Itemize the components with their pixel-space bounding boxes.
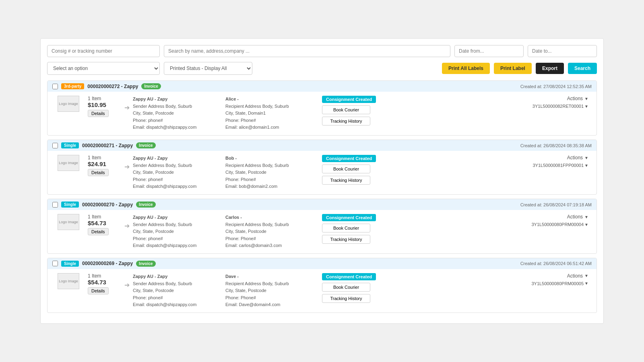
book-courier-button-3[interactable]: Book Courier <box>322 283 370 292</box>
tracking-history-button-3[interactable]: Tracking History <box>322 294 370 303</box>
consignment-body-3: Logo Image 1 Item $54.73 Details ➔ Zappy… <box>47 269 597 313</box>
status-select[interactable]: Printed Status - Display All <box>164 62 252 75</box>
option-select[interactable]: Select an option <box>47 62 160 75</box>
consignment-header-0: 3rd-party 000020000272 - Zappy Invoice C… <box>47 81 597 92</box>
type-badge-0: 3rd-party <box>61 83 84 89</box>
tracking-history-button-2[interactable]: Tracking History <box>322 235 370 244</box>
recipient-address-3: Recipient Address Body, Suburb <box>225 280 314 288</box>
chevron-down-icon-0: ▼ <box>584 97 588 101</box>
arrow-col-2: ➔ <box>121 214 133 230</box>
logo-col-1: Logo Image <box>52 155 85 171</box>
created-at-3: Created at: 26/08/2024 06:51:42 AM <box>520 261 592 266</box>
consignment-header-left-0: 3rd-party 000020000272 - Zappy Invoice <box>52 83 161 89</box>
consignment-row: 3rd-party 000020000272 - Zappy Invoice C… <box>47 80 597 136</box>
print-all-labels-button[interactable]: Print All Labels <box>442 63 490 74</box>
name-search-input[interactable] <box>164 45 450 57</box>
actions-dropdown-3[interactable]: Actions ▼ <box>567 273 588 279</box>
logo-col-2: Logo Image <box>52 214 85 230</box>
sender-city-2: City, State, Postcode <box>133 228 221 235</box>
print-label-button[interactable]: Print Label <box>494 63 532 74</box>
date-from-input[interactable] <box>454 45 524 57</box>
main-container: Select an option Printed Status - Displa… <box>40 38 604 324</box>
book-courier-button-0[interactable]: Book Courier <box>322 105 370 114</box>
status-badge-1: Consignment Created <box>322 155 376 162</box>
recipient-phone-1: Phone: Phone# <box>225 176 314 183</box>
logo-box-0: Logo Image <box>58 96 79 112</box>
actions-label-2: Actions <box>567 214 583 220</box>
actions-label-3: Actions <box>567 273 583 279</box>
details-button-0[interactable]: Details <box>88 110 109 117</box>
sender-address-0: Sender Address Body, Suburb <box>133 103 221 110</box>
actions-dropdown-0[interactable]: Actions ▼ <box>567 96 588 101</box>
status-col-1: Consignment Created Book Courier Trackin… <box>322 155 386 185</box>
recipient-city-2: City, State, Postcode <box>225 228 314 235</box>
book-courier-button-1[interactable]: Book Courier <box>322 165 370 173</box>
sender-city-0: City, State, Postcode <box>133 110 221 117</box>
search-row <box>47 45 597 57</box>
sender-city-3: City, State, Postcode <box>133 287 221 294</box>
sender-col-0: Zappy AU - Zapy Sender Address Body, Sub… <box>133 96 221 131</box>
item-price-3: $54.73 <box>88 279 118 286</box>
recipient-phone-3: Phone: Phone# <box>225 294 314 302</box>
tracking-chevron-icon-1: ▼ <box>584 163 588 168</box>
sender-col-3: Zappy AU - Zapy Sender Address Body, Sub… <box>133 273 221 309</box>
sender-address-3: Sender Address Body, Suburb <box>133 280 221 288</box>
consig-search-input[interactable] <box>47 45 160 57</box>
export-button[interactable]: Export <box>536 63 564 74</box>
sender-address-1: Sender Address Body, Suburb <box>133 162 221 169</box>
items-col-1: 1 Item $24.91 Details <box>85 155 121 176</box>
book-courier-button-2[interactable]: Book Courier <box>322 224 370 232</box>
type-badge-3: Single <box>61 261 79 267</box>
logo-box-2: Logo Image <box>58 214 79 230</box>
actions-dropdown-2[interactable]: Actions ▼ <box>567 214 588 220</box>
recipient-phone-0: Phone: Phone# <box>225 117 314 124</box>
consignment-checkbox-2[interactable] <box>52 202 58 208</box>
search-button[interactable]: Search <box>568 63 597 74</box>
recipient-address-1: Recipient Address Body, Suburb <box>225 162 314 169</box>
chevron-down-icon-2: ▼ <box>584 215 588 219</box>
tracking-number-3: 3Y1L50000080PRM00005 ▼ <box>531 281 588 286</box>
recipient-col-2: Carlos - Recipient Address Body, Suburb … <box>225 214 314 249</box>
tracking-chevron-icon-2: ▼ <box>584 222 588 227</box>
consignment-checkbox-1[interactable] <box>52 143 58 148</box>
item-price-2: $54.73 <box>88 220 118 226</box>
recipient-email-3: Email: Dave@domain4.com <box>225 301 314 309</box>
tracking-chevron-icon-0: ▼ <box>584 104 588 109</box>
recipient-email-2: Email: carlos@domain3.com <box>225 242 314 249</box>
consignments-list: 3rd-party 000020000272 - Zappy Invoice C… <box>47 80 597 313</box>
consignment-checkbox-3[interactable] <box>52 261 58 266</box>
recipient-city-3: City, State, Postcode <box>225 287 314 294</box>
details-button-1[interactable]: Details <box>88 169 109 176</box>
recipient-phone-2: Phone: Phone# <box>225 235 314 243</box>
tracking-history-button-1[interactable]: Tracking History <box>322 176 370 185</box>
actions-col-0: Actions ▼ 3Y1L50000082RET00001 ▼ <box>386 96 592 109</box>
tracking-number-1: 3Y1L50000081FPP00001 ▼ <box>533 163 588 168</box>
details-button-2[interactable]: Details <box>88 228 109 235</box>
created-at-2: Created at: 26/08/2024 07:19:18 AM <box>520 202 592 207</box>
invoice-badge-0: Invoice <box>141 83 161 89</box>
tracking-number-value-2: 3Y1L50000080PRM00004 <box>531 222 584 227</box>
item-count-2: 1 Item <box>88 214 118 220</box>
logo-col-0: Logo Image <box>52 96 85 112</box>
consignment-id-3: 000020000269 - Zappy <box>82 261 133 266</box>
recipient-name-1: Bob - <box>225 155 314 162</box>
invoice-badge-1: Invoice <box>136 142 155 148</box>
item-price-0: $10.95 <box>88 101 118 108</box>
sender-email-3: Email: dispatch@shipzappy.com <box>133 301 221 309</box>
actions-dropdown-1[interactable]: Actions ▼ <box>567 155 588 160</box>
details-button-3[interactable]: Details <box>88 287 109 294</box>
status-badge-3: Consignment Created <box>322 273 376 280</box>
sender-address-2: Sender Address Body, Suburb <box>133 221 221 228</box>
consignment-id-0: 000020000272 - Zappy <box>87 84 138 89</box>
sender-col-1: Zappy AU - Zapy Sender Address Body, Sub… <box>133 155 221 190</box>
tracking-history-button-0[interactable]: Tracking History <box>322 117 370 125</box>
logo-box-3: Logo Image <box>58 273 79 289</box>
consignment-checkbox-0[interactable] <box>52 84 58 89</box>
date-to-input[interactable] <box>528 45 597 57</box>
arrow-col-3: ➔ <box>121 273 133 289</box>
created-at-1: Created at: 26/08/2024 08:35:38 AM <box>520 143 592 148</box>
items-col-3: 1 Item $54.73 Details <box>85 273 121 294</box>
consignment-id-2: 000020000270 - Zappy <box>82 202 133 208</box>
sender-city-1: City, State, Postcode <box>133 169 221 176</box>
sender-col-2: Zappy AU - Zapy Sender Address Body, Sub… <box>133 214 221 249</box>
